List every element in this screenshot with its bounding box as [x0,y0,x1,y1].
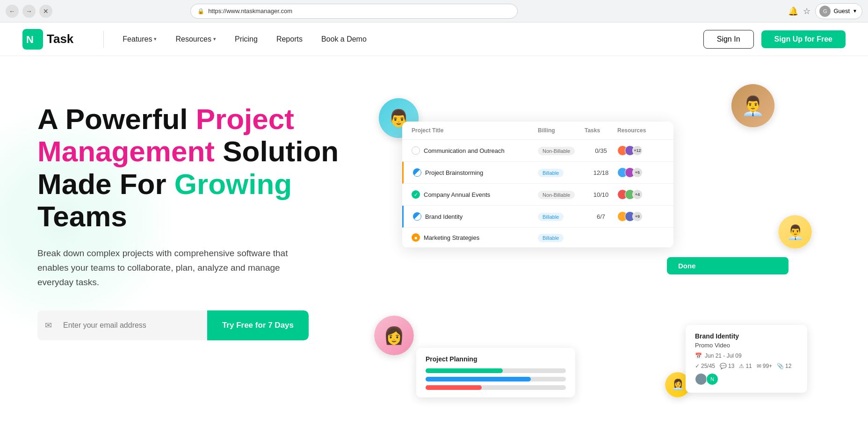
warning-icon: ⚠ [739,363,744,369]
tasks-4: 6/7 [585,213,617,220]
proj-icon-5: ■ [412,233,420,242]
planning-card: Project Planning [416,348,575,397]
back-button[interactable]: ← [6,5,19,18]
svg-text:N: N [26,34,34,45]
resources-4: +9 [617,211,664,222]
stat-checks: ✓ 25/45 [695,363,715,369]
browser-controls: ← → ✕ [6,5,52,18]
comment-icon: 💬 [720,363,727,369]
avatar-suit-img: 👨‍💼 [731,84,774,127]
stat-attachments: 📎 12 [777,363,791,369]
gantt-bar-red [426,385,482,390]
guest-button[interactable]: G Guest ▼ [815,3,862,19]
address-bar[interactable]: 🔒 https://www.ntaskmanager.com [190,4,518,19]
brand-card-title: Brand Identity [695,332,798,340]
ntask-logo-svg: N [22,29,43,50]
col-project-title: Project Title [412,127,538,134]
project-name-1: Communication and Outreach [412,146,538,155]
tasks-3: 10/10 [585,191,617,198]
tasks-1: 0/35 [585,147,617,154]
hero-title-part1: A Powerful [37,103,196,135]
project-card: Project Title Billing Tasks Resources Co… [402,122,673,248]
billing-5: Billable [538,234,564,242]
table-row: Brand Identity Billable 6/7 +9 [402,206,673,228]
proj-icon-3: ✓ [412,190,420,199]
resources-1: +12 [617,145,664,156]
hero-title-made-for: Made For [37,168,174,200]
avatar-suit: 👨‍💼 [731,84,774,127]
proj-icon-2 [413,168,421,177]
resources-chevron-icon: ▾ [213,36,216,42]
email-icon: ✉ [45,320,52,331]
hero-right: 👨 👨‍💼 Project Title Billing Tasks Resour… [365,84,831,402]
table-row: ✓ Company Annual Events Non-Billable 10/… [402,184,673,206]
proj-icon-4 [413,212,421,221]
col-tasks: Tasks [585,127,617,134]
signup-button[interactable]: Sign Up for Free [761,30,846,48]
planning-card-title: Project Planning [426,355,566,363]
tasks-2: 12/18 [585,169,617,176]
table-row: Project Brainstorming Billable 12/18 +5 [402,162,673,184]
avatar-woman: 👩 [374,316,414,355]
date-row: 📅 Jun 21 - Jul 09 [695,352,798,359]
promo-title: Promo Video [695,342,798,349]
nav-divider [103,31,104,48]
resources-2: +5 [617,167,664,178]
avatar-mid-right-img: 👨‍💼 [778,215,812,249]
guest-chevron-icon: ▼ [853,8,857,14]
nav-features[interactable]: Features ▾ [115,31,164,47]
brand-card-avatars: N [695,373,798,385]
gantt-bar-green [426,368,503,373]
stat-comments: 💬 13 [720,363,734,369]
stat-warnings: ⚠ 11 [739,363,752,369]
calendar-icon: 📅 [695,352,702,359]
done-tooltip: Done [667,257,788,274]
guest-label: Guest [833,7,850,14]
browser-right-controls: 🔔 ☆ G Guest ▼ [788,3,862,19]
try-free-button[interactable]: Try Free for 7 Days [207,310,309,340]
gantt-bar-blue [426,377,531,381]
billing-2: Billable [538,169,564,177]
table-row: ■ Marketing Strategies Billable [402,228,673,248]
date-range: Jun 21 - Jul 09 [705,352,742,359]
hero-title-teams: Teams [37,200,127,232]
nav-reports[interactable]: Reports [269,31,310,47]
nav-book-demo[interactable]: Book a Demo [314,31,374,47]
proj-icon-1 [412,146,420,155]
hero-left: A Powerful Project Management Solution M… [37,84,346,340]
project-name-2: Project Brainstorming [413,168,538,177]
table-row: Communication and Outreach Non-Billable … [402,140,673,162]
col-resources: Resources [617,127,664,134]
signin-button[interactable]: Sign In [703,30,754,49]
nav-resources[interactable]: Resources ▾ [168,31,223,47]
guest-avatar: G [819,6,831,17]
features-chevron-icon: ▾ [154,36,157,42]
attachment-icon: 📎 [777,363,784,369]
hero-title: A Powerful Project Management Solution M… [37,103,346,233]
nav-pricing[interactable]: Pricing [227,31,265,47]
gantt-track-2 [426,377,566,381]
lock-icon: 🔒 [197,8,204,14]
message-icon: ✉ [757,363,761,369]
billing-3: Non-Billable [538,191,575,199]
project-name-5: ■ Marketing Strategies [412,233,538,242]
close-button[interactable]: ✕ [39,5,52,18]
forward-button[interactable]: → [22,5,36,18]
url-text: https://www.ntaskmanager.com [208,7,292,14]
brand-card: Brand Identity Promo Video 📅 Jun 21 - Ju… [686,325,807,393]
star-icon[interactable]: ☆ [803,6,810,16]
project-name-4: Brand Identity [413,212,538,221]
hero-title-green: Growing [174,168,292,200]
nav-links: Features ▾ Resources ▾ Pricing Reports B… [115,31,703,47]
billing-1: Non-Billable [538,147,575,155]
email-input[interactable] [59,321,207,330]
logo[interactable]: N Task [22,29,73,50]
page: N Task Features ▾ Resources ▾ Pricing Re… [0,22,868,446]
stat-messages: ✉ 99+ [757,363,772,369]
nav-actions: Sign In Sign Up for Free [703,30,846,49]
hero-title-pink: Project [196,103,294,135]
project-name-3: ✓ Company Annual Events [412,190,538,199]
email-icon-wrap: ✉ [37,320,59,331]
table-header: Project Title Billing Tasks Resources [402,122,673,140]
notification-icon[interactable]: 🔔 [788,6,798,16]
